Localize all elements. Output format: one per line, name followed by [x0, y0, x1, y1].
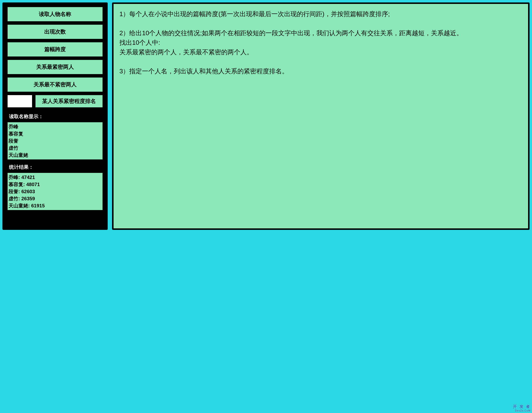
closest-pair-button[interactable]: 关系最紧密两人 — [8, 60, 103, 74]
list-item[interactable]: 乔峰 — [8, 123, 102, 130]
read-names-button[interactable]: 读取人物名称 — [8, 7, 103, 21]
description-panel: 1）每个人在小说中出现的篇幅跨度(第一次出现和最后一次出现的行间距)，并按照篇幅… — [112, 2, 530, 230]
list-item[interactable]: 虚竹: 26359 — [8, 195, 102, 202]
stats-header: 统计结果： — [9, 164, 103, 170]
rank-button[interactable]: 某人关系紧密程度排名 — [35, 95, 103, 107]
list-item[interactable]: 慕容复: 48071 — [8, 181, 102, 188]
list-item[interactable]: 乔峰: 47421 — [8, 174, 102, 181]
list-item[interactable]: 天山童姥: 61915 — [8, 202, 102, 209]
list-item[interactable]: 段誉: 62603 — [8, 188, 102, 195]
control-panel: 读取人物名称 出现次数 篇幅跨度 关系最紧密两人 关系最不紧密两人 某人关系紧密… — [2, 2, 108, 230]
list-item[interactable]: 李秋水 — [8, 159, 102, 159]
stats-list[interactable]: 乔峰: 47421慕容复: 48071段誉: 62603虚竹: 26359天山童… — [8, 173, 103, 210]
description-text: 1）每个人在小说中出现的篇幅跨度(第一次出现和最后一次出现的行间距)，并按照篇幅… — [119, 9, 522, 76]
list-item[interactable]: 段誉 — [8, 137, 102, 145]
list-item[interactable]: 天山童姥 — [8, 152, 102, 159]
list-item[interactable]: 李秋水: 13028 — [8, 209, 102, 210]
rank-row: 某人关系紧密程度排名 — [8, 95, 103, 107]
names-header: 读取名称显示： — [9, 113, 103, 120]
list-item[interactable]: 慕容复 — [8, 130, 102, 137]
watermark: 开 发 者 DevZe.CoM — [513, 404, 531, 412]
watermark-main: 开 发 者 — [513, 404, 531, 409]
span-button[interactable]: 篇幅跨度 — [8, 42, 103, 56]
names-list[interactable]: 乔峰慕容复段誉虚竹天山童姥李秋水 — [8, 122, 103, 159]
watermark-sub: DevZe.CoM — [513, 409, 531, 412]
list-item[interactable]: 虚竹 — [8, 145, 102, 152]
person-name-input[interactable] — [8, 95, 32, 107]
count-button[interactable]: 出现次数 — [8, 25, 103, 39]
farthest-pair-button[interactable]: 关系最不紧密两人 — [8, 78, 103, 92]
